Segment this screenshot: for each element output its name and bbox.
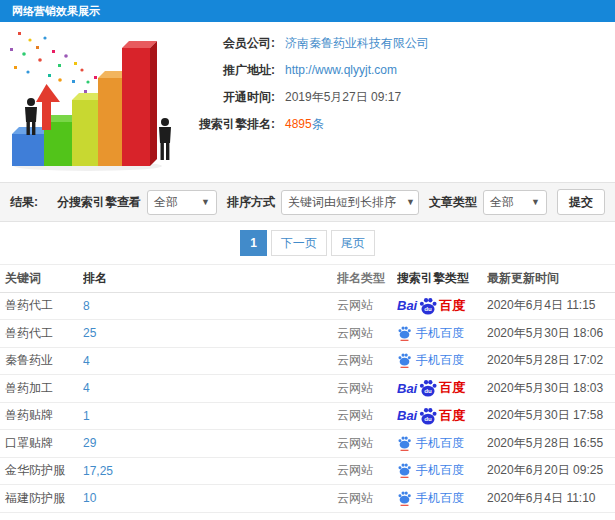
page-title: 网络营销效果展示: [12, 5, 100, 17]
baidu-mobile-logo: 手机百度: [397, 462, 464, 479]
baidu-mobile-logo: 手机百度: [397, 325, 464, 342]
rank-type-cell: 云网站: [337, 326, 373, 340]
baidu-pc-logo: Bai du 百度: [397, 406, 465, 426]
baidu-paw-icon: du: [418, 296, 438, 316]
rank-link[interactable]: 10: [83, 491, 96, 505]
rank-link[interactable]: 17,25: [83, 464, 113, 478]
updated-time-cell: 2020年6月20日 09:25: [487, 463, 603, 477]
rank-type-cell: 云网站: [337, 298, 373, 312]
rank-type-cell: 云网站: [337, 463, 373, 477]
mobile-baidu-label: 手机百度: [416, 352, 464, 369]
baidu-wordmark: Bai: [397, 408, 417, 423]
keyword-cell: 兽药加工: [5, 381, 53, 395]
keyword-cell: 兽药贴牌: [5, 408, 53, 422]
table-row: 兽药贴牌 1 云网站 Bai du 百度: [0, 403, 615, 431]
updated-time-cell: 2020年5月30日 17:58: [487, 408, 603, 422]
updated-time-cell: 2020年6月4日 11:15: [487, 298, 596, 312]
keyword-cell: 口罩贴牌: [5, 436, 53, 450]
next-page-button[interactable]: 下一页: [271, 230, 327, 256]
businessman-right: [159, 118, 171, 160]
info-section: 会员公司: 济南秦鲁药业科技有限公司 推广地址: http://www.qlyy…: [0, 22, 615, 182]
company-link[interactable]: 济南秦鲁药业科技有限公司: [285, 35, 429, 52]
mobile-baidu-label: 手机百度: [416, 435, 464, 452]
field-label: 会员公司:: [183, 35, 275, 52]
ranking-count-value: 4895: [285, 117, 312, 131]
header-keyword: 关键词: [0, 270, 83, 287]
confetti-dots: [10, 32, 102, 98]
result-label: 结果:: [10, 194, 38, 211]
engine-filter-select[interactable]: 全部 ▼: [147, 190, 217, 215]
article-type-select[interactable]: 全部 ▼: [483, 190, 547, 215]
last-page-button[interactable]: 尾页: [331, 230, 375, 256]
baidu-mobile-logo: 手机百度: [397, 490, 464, 507]
rank-type-cell: 云网站: [337, 408, 373, 422]
filter-bar: 结果: 分搜索引擎查看 全部 ▼ 排序方式 关键词由短到长排序 ▼ 文章类型 全…: [0, 182, 615, 222]
pagination: 1 下一页 尾页: [0, 222, 615, 264]
article-type-label: 文章类型: [429, 194, 477, 211]
baidu-wordmark: Bai: [397, 381, 417, 396]
keyword-ranking-table: 关键词 排名 排名类型 搜索引擎类型 最新更新时间 兽药代工 8 云网站 Bai: [0, 264, 615, 513]
baidu-mobile-paw-icon: [397, 490, 412, 507]
engine-filter-label: 分搜索引擎查看: [57, 194, 141, 211]
table-row: 兽药加工 4 云网站 Bai du 百度: [0, 375, 615, 403]
ranking-count-suffix: 条: [312, 117, 324, 131]
article-type-value: 全部: [490, 194, 514, 211]
baidu-mobile-paw-icon: [397, 325, 412, 342]
keyword-cell: 兽药代工: [5, 326, 53, 340]
page-1-button[interactable]: 1: [240, 230, 267, 256]
keyword-cell: 福建防护服: [5, 491, 65, 505]
svg-text:du: du: [424, 415, 432, 422]
marketing-report-window: 网络营销效果展示: [0, 0, 615, 520]
field-label: 开通时间:: [183, 89, 275, 106]
header-rank-type: 排名类型: [337, 270, 397, 287]
rank-link[interactable]: 4: [83, 381, 90, 395]
rank-type-cell: 云网站: [337, 353, 373, 367]
baidu-mobile-logo: 手机百度: [397, 352, 464, 369]
keyword-cell: 秦鲁药业: [5, 353, 53, 367]
baidu-wordmark: Bai: [397, 298, 417, 313]
field-label: 搜索引擎排名:: [183, 116, 275, 133]
baidu-mobile-paw-icon: [397, 435, 412, 452]
rank-link[interactable]: 1: [83, 409, 90, 423]
field-url: 推广地址: http://www.qlyyjt.com: [183, 61, 615, 79]
baidu-paw-icon: du: [418, 406, 438, 426]
rank-link[interactable]: 8: [83, 299, 90, 313]
updated-time-cell: 2020年5月28日 16:55: [487, 436, 603, 450]
mobile-baidu-label: 手机百度: [416, 490, 464, 507]
rank-type-cell: 云网站: [337, 436, 373, 450]
rank-link[interactable]: 29: [83, 436, 96, 450]
keyword-cell: 金华防护服: [5, 463, 65, 477]
sort-filter-value: 关键词由短到长排序: [288, 194, 396, 211]
baidu-mobile-paw-icon: [397, 462, 412, 479]
engine-filter-value: 全部: [154, 194, 178, 211]
growth-chart-illustration: [0, 26, 175, 176]
field-label: 推广地址:: [183, 62, 275, 79]
rank-type-cell: 云网站: [337, 381, 373, 395]
baidu-mobile-logo: 手机百度: [397, 435, 464, 452]
updated-time-cell: 2020年6月4日 11:10: [487, 491, 596, 505]
table-header-row: 关键词 排名 排名类型 搜索引擎类型 最新更新时间: [0, 265, 615, 293]
table-row: 福建防护服 10 云网站 Bai du 百度: [0, 485, 615, 513]
sort-filter-select[interactable]: 关键词由短到长排序 ▼: [281, 190, 419, 215]
updated-time-cell: 2020年5月30日 18:03: [487, 381, 603, 395]
titlebar: 网络营销效果展示: [0, 0, 615, 22]
rank-link[interactable]: 25: [83, 326, 96, 340]
sort-filter-label: 排序方式: [227, 194, 275, 211]
submit-button[interactable]: 提交: [557, 189, 605, 215]
table-row: 秦鲁药业 4 云网站 Bai du 百度: [0, 348, 615, 376]
baidu-pc-logo: Bai du 百度: [397, 296, 465, 316]
header-rank: 排名: [83, 270, 337, 287]
rank-link[interactable]: 4: [83, 354, 90, 368]
chevron-down-icon: ▼: [201, 197, 210, 207]
mobile-baidu-label: 手机百度: [416, 325, 464, 342]
keyword-cell: 兽药代工: [5, 298, 53, 312]
promo-url-link[interactable]: http://www.qlyyjt.com: [285, 63, 397, 77]
updated-time-cell: 2020年5月28日 17:02: [487, 353, 603, 367]
field-open-time: 开通时间: 2019年5月27日 09:17: [183, 88, 615, 106]
header-updated: 最新更新时间: [487, 270, 610, 287]
field-company: 会员公司: 济南秦鲁药业科技有限公司: [183, 34, 615, 52]
chevron-down-icon: ▼: [406, 197, 415, 207]
bar-red: [122, 41, 157, 166]
baidu-cn-wordmark: 百度: [439, 297, 465, 315]
table-row: 兽药代工 25 云网站 Bai du 百度: [0, 320, 615, 348]
